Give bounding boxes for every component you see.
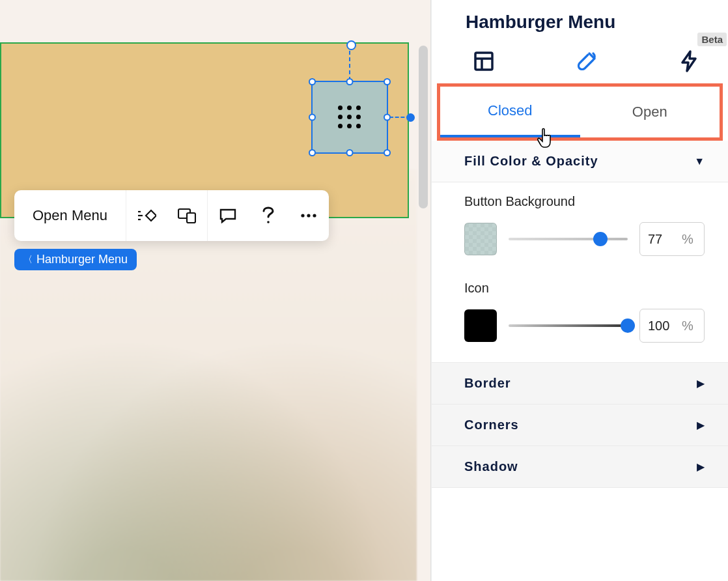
percent-label: % (682, 319, 693, 333)
button-background-swatch[interactable] (464, 223, 497, 255)
selected-hamburger-button[interactable] (311, 81, 388, 154)
alignment-guide-horizontal (389, 117, 410, 118)
help-icon[interactable] (248, 190, 288, 241)
icon-label: Icon (464, 281, 705, 296)
button-background-opacity-value[interactable] (648, 232, 675, 247)
chevron-left-icon: 〈 (23, 254, 33, 266)
button-background-label: Button Background (464, 194, 705, 209)
icon-color-swatch[interactable] (464, 309, 497, 342)
breadcrumb-hamburger-menu[interactable]: 〈 Hamburger Menu (14, 249, 137, 270)
more-icon[interactable] (288, 190, 329, 241)
resize-handle-mr[interactable] (384, 114, 391, 121)
open-menu-button[interactable]: Open Menu (14, 190, 126, 241)
layout-tab-icon[interactable] (471, 48, 497, 74)
svg-rect-1 (187, 213, 195, 223)
chevron-right-icon: ▶ (697, 419, 705, 431)
section-border[interactable]: Border ▶ (432, 363, 728, 404)
fill-section-body: Button Background % Icon (432, 182, 728, 363)
inspector-panel: Hamburger Menu Beta (431, 0, 728, 581)
button-background-opacity-slider[interactable] (509, 238, 628, 240)
icon-opacity-value[interactable] (648, 319, 675, 333)
floating-toolbar: Open Menu (14, 190, 329, 241)
resize-handle-bm[interactable] (346, 149, 354, 156)
svg-point-3 (301, 214, 304, 217)
breadcrumb-label: Hamburger Menu (36, 253, 128, 266)
icon-opacity-slider[interactable] (509, 324, 628, 327)
comment-icon[interactable] (208, 190, 248, 241)
grid-dots-icon (338, 106, 361, 129)
tab-closed[interactable]: Closed (440, 87, 580, 137)
percent-label: % (682, 232, 693, 247)
section-label: Fill Color & Opacity (464, 154, 598, 169)
chevron-right-icon: ▶ (697, 377, 705, 390)
section-fill-color-opacity[interactable]: Fill Color & Opacity ▼ (432, 141, 728, 182)
chevron-down-icon: ▼ (694, 156, 705, 167)
alignment-guide-vertical (349, 44, 350, 81)
state-tabs-highlight: Closed Open (437, 83, 723, 141)
svg-point-2 (267, 221, 270, 223)
tab-open[interactable]: Open (580, 87, 720, 137)
interactions-tab-icon[interactable] (676, 48, 702, 74)
resize-handle-br[interactable] (384, 149, 391, 156)
panel-title: Hamburger Menu (432, 0, 728, 36)
animation-icon[interactable] (126, 190, 167, 241)
resize-handle-tl[interactable] (309, 78, 316, 85)
svg-point-5 (313, 214, 316, 217)
design-tab-icon[interactable] (574, 48, 600, 74)
resize-handle-tr[interactable] (384, 78, 391, 85)
button-background-opacity-input[interactable]: % (639, 222, 705, 256)
beta-badge: Beta (697, 33, 727, 46)
section-label: Shadow (464, 459, 518, 474)
resize-handle-bl[interactable] (309, 149, 316, 156)
canvas-scrollbar[interactable] (419, 46, 428, 208)
responsive-icon[interactable] (167, 190, 207, 241)
section-label: Border (464, 376, 511, 391)
svg-point-4 (307, 214, 310, 217)
icon-opacity-input[interactable]: % (639, 309, 705, 343)
chevron-right-icon: ▶ (697, 461, 705, 473)
section-shadow[interactable]: Shadow ▶ (432, 446, 728, 488)
canvas-area[interactable]: Open Menu (0, 0, 431, 581)
resize-handle-ml[interactable] (309, 114, 316, 121)
resize-handle-tm[interactable] (346, 78, 354, 85)
svg-rect-6 (475, 53, 492, 70)
section-label: Corners (464, 418, 519, 432)
section-corners[interactable]: Corners ▶ (432, 404, 728, 446)
